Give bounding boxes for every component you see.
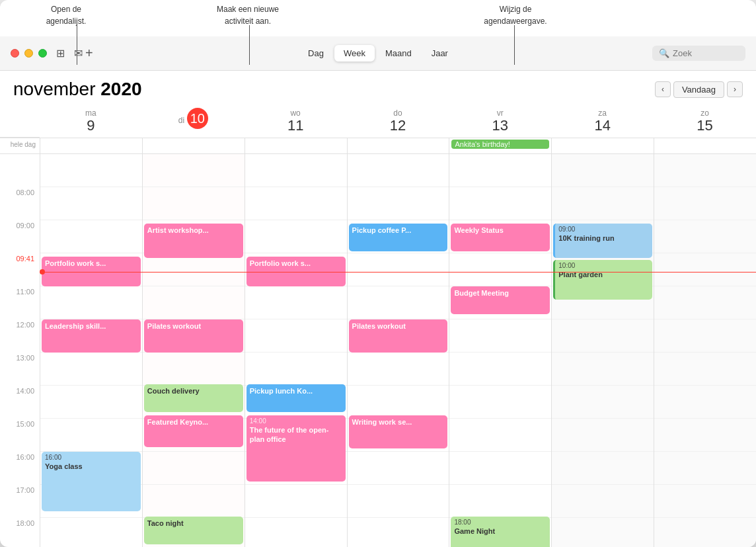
tab-maand[interactable]: Maand	[376, 45, 421, 62]
calendar-grid: ma 9 di 10 wo 11 do 12 vr 13 za 14	[0, 105, 756, 547]
navigation-buttons: ‹ Vandaag ›	[655, 81, 743, 98]
annotation-new-activity: Maak een nieuweactiviteit aan.	[205, 3, 291, 27]
minimize-button[interactable]	[24, 49, 33, 58]
ankita-birthday-event[interactable]: Ankita's birthday!	[451, 140, 549, 149]
day-col-vr: Weekly Status Budget Meeting 18:00 Game …	[449, 154, 551, 547]
day-header-do: do 12	[347, 105, 449, 138]
yoga-class-ma[interactable]: 16:00 Yoga class	[42, 452, 141, 511]
month-year-title: november 2020	[13, 79, 142, 100]
time-labels: 08:00 09:00 09:41 11:00 12:00 13:00 14:0…	[0, 154, 40, 547]
add-event-button[interactable]: +	[85, 46, 93, 61]
taco-night-di[interactable]: Taco night	[144, 517, 243, 544]
tab-dag[interactable]: Dag	[299, 45, 333, 62]
day-col-do: Pickup coffee P... Pilates workout Writi…	[347, 154, 449, 547]
pilates-workout-do[interactable]: Pilates workout	[349, 319, 448, 353]
portfolio-work-ma[interactable]: Portfolio work s...	[42, 257, 141, 286]
leadership-skill-ma[interactable]: Leadership skill...	[42, 319, 141, 353]
calendar-list-icon[interactable]: ⊞	[56, 47, 65, 60]
day-headers-row: ma 9 di 10 wo 11 do 12 vr 13 za 14	[0, 105, 756, 138]
writing-work-do[interactable]: Writing work se...	[349, 415, 448, 448]
pickup-lunch-wo[interactable]: Pickup lunch Ko...	[246, 384, 346, 412]
close-button[interactable]	[11, 49, 19, 58]
allday-zo	[654, 138, 756, 153]
day-header-za: za 14	[551, 105, 654, 138]
titlebar: ⊞ ✉ + Dag Week Maand Jaar 🔍	[0, 36, 756, 71]
allday-za	[551, 138, 654, 153]
allday-row: hele dag Ankita's birthday!	[0, 138, 756, 154]
portfolio-work-wo[interactable]: Portfolio work s...	[246, 257, 346, 286]
day-header-vr: vr 13	[449, 105, 551, 138]
maximize-button[interactable]	[38, 49, 47, 58]
next-week-button[interactable]: ›	[727, 81, 743, 97]
day-col-di: Artist workshop... Pilates workout Couch…	[142, 154, 245, 547]
search-bar[interactable]: 🔍	[652, 46, 745, 61]
allday-di	[142, 138, 245, 153]
day-col-wo: Portfolio work s... Pickup lunch Ko... 1…	[245, 154, 347, 547]
time-grid: 08:00 09:00 09:41 11:00 12:00 13:00 14:0…	[0, 154, 756, 547]
pickup-coffee-do[interactable]: Pickup coffee P...	[349, 224, 448, 251]
inbox-icon[interactable]: ✉	[74, 47, 83, 60]
couch-delivery-di[interactable]: Couch delivery	[144, 384, 243, 412]
today-button[interactable]: Vandaag	[673, 81, 724, 98]
featured-keynote-di[interactable]: Featured Keyno...	[144, 415, 243, 447]
view-tabs: Dag Week Maand Jaar	[299, 45, 457, 62]
day-col-zo	[654, 154, 756, 547]
annotation-open-list: Open de agendalijst.	[33, 3, 99, 27]
calendar-window: Open de agendalijst. Maak een nieuweacti…	[0, 0, 756, 547]
day-header-di: di 10	[142, 105, 245, 138]
allday-vr: Ankita's birthday!	[449, 138, 551, 153]
annotation-change-view: Wijzig deagendaweergave.	[469, 3, 562, 27]
search-icon: 🔍	[659, 48, 669, 58]
toolbar-icons: ⊞ ✉	[56, 47, 83, 60]
time-grid-container[interactable]: 08:00 09:00 09:41 11:00 12:00 13:00 14:0…	[0, 154, 756, 547]
allday-do	[347, 138, 449, 153]
budget-meeting-vr[interactable]: Budget Meeting	[451, 286, 550, 314]
tab-week[interactable]: Week	[334, 45, 375, 62]
day-header-wo: wo 11	[245, 105, 347, 138]
tab-jaar[interactable]: Jaar	[422, 45, 457, 62]
pilates-workout-di[interactable]: Pilates workout	[144, 319, 243, 353]
allday-label: hele dag	[0, 138, 40, 153]
day-header-ma: ma 9	[40, 105, 142, 138]
search-input[interactable]	[673, 48, 739, 58]
day-col-za: 09:00 10K training run 10:00 Plant garde…	[551, 154, 654, 547]
calendar-header: november 2020 ‹ Vandaag ›	[0, 71, 756, 105]
traffic-lights	[11, 49, 47, 58]
allday-ma	[40, 138, 142, 153]
future-office-wo[interactable]: 14:00 The future of the open-plan office	[246, 415, 346, 482]
allday-wo	[245, 138, 347, 153]
prev-week-button[interactable]: ‹	[655, 81, 671, 97]
game-night-vr[interactable]: 18:00 Game Night	[451, 517, 550, 547]
weekly-status-vr[interactable]: Weekly Status	[451, 224, 550, 251]
training-run-za[interactable]: 09:00 10K training run	[553, 224, 652, 258]
day-header-zo: zo 15	[654, 105, 756, 138]
day-col-ma: Portfolio work s... Leadership skill... …	[40, 154, 142, 547]
artist-workshop-di[interactable]: Artist workshop...	[144, 224, 243, 258]
plant-garden-za[interactable]: 10:00 Plant garden	[553, 260, 652, 300]
